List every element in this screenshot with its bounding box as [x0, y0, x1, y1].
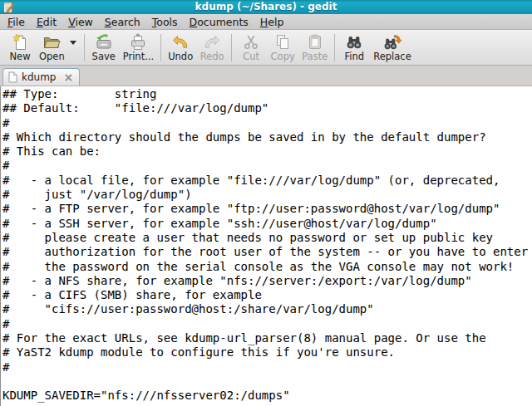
gedit-app-icon — [2, 2, 14, 13]
menu-edit[interactable]: Edit — [31, 15, 62, 29]
menu-search[interactable]: Search — [99, 15, 146, 29]
find-button[interactable]: Find — [338, 32, 370, 63]
toolbar: New Open Sav — [0, 30, 532, 66]
tab-close-icon[interactable]: × — [60, 72, 73, 82]
undo-button[interactable]: Undo — [165, 32, 196, 63]
replace-button[interactable]: Replace — [370, 32, 415, 63]
menu-edit-label: dit — [43, 16, 57, 28]
open-dropdown-button[interactable] — [68, 25, 81, 70]
tab-label: kdump — [22, 71, 56, 83]
new-document-icon — [11, 33, 29, 51]
redo-button-label: Redo — [200, 51, 224, 62]
document-icon — [8, 71, 17, 83]
open-folder-icon — [42, 33, 61, 51]
copy-button: Copy — [267, 32, 298, 63]
tab-kdump[interactable]: kdump × — [2, 68, 80, 86]
toolbar-separator — [84, 34, 85, 61]
menu-documents-mnemonic: D — [190, 16, 198, 28]
toolbar-separator — [231, 34, 232, 61]
redo-icon — [203, 33, 221, 51]
toolbar-separator — [334, 34, 335, 61]
menu-documents[interactable]: Documents — [184, 15, 254, 29]
menu-search-mnemonic: S — [105, 16, 111, 28]
copy-button-label: Copy — [271, 51, 295, 62]
print-button[interactable]: Print... — [120, 32, 157, 63]
menu-help[interactable]: Help — [254, 15, 290, 29]
find-button-label: Find — [344, 51, 364, 62]
open-button[interactable]: Open — [36, 32, 68, 63]
new-button-label: New — [9, 51, 30, 62]
print-button-label: Print... — [123, 51, 154, 62]
undo-icon — [171, 33, 190, 51]
clipboard-icon — [306, 33, 324, 51]
menu-help-label: elp — [268, 16, 283, 28]
gedit-window: kdump (~/Shares) - gedit File Edit View … — [0, 0, 532, 406]
new-button[interactable]: New — [4, 32, 36, 63]
save-button[interactable]: Save — [88, 32, 120, 63]
menu-help-mnemonic: H — [260, 16, 268, 28]
tab-bar: kdump × — [0, 66, 532, 86]
undo-button-label: Undo — [168, 51, 193, 62]
scissors-icon — [242, 33, 260, 51]
menu-edit-mnemonic: E — [37, 16, 43, 28]
window-title: kdump (~/Shares) - gedit — [0, 0, 532, 14]
menu-tools-label: ools — [156, 16, 177, 28]
binoculars-icon — [345, 33, 363, 51]
find-replace-icon — [383, 33, 401, 51]
save-button-label: Save — [92, 51, 116, 62]
chevron-down-icon — [70, 41, 76, 45]
toolbar-separator — [160, 34, 161, 61]
cut-button-label: Cut — [243, 51, 259, 62]
text-editor[interactable]: ## Type: string ## Default: "file:///var… — [0, 86, 532, 406]
menu-tools[interactable]: Tools — [146, 15, 184, 29]
menu-file-label: ile — [12, 16, 25, 28]
save-icon — [95, 33, 113, 51]
cut-button: Cut — [235, 32, 267, 63]
open-button-label: Open — [39, 51, 65, 62]
paste-button-label: Paste — [302, 51, 328, 62]
document-text[interactable]: ## Type: string ## Default: "file:///var… — [1, 86, 532, 404]
paste-button: Paste — [298, 32, 331, 63]
printer-icon — [129, 33, 147, 51]
menu-file[interactable]: File — [2, 15, 31, 29]
redo-button: Redo — [196, 32, 228, 63]
copy-icon — [273, 33, 292, 51]
menu-documents-label: ocuments — [197, 16, 249, 28]
menu-search-label: earch — [111, 16, 140, 28]
replace-button-label: Replace — [373, 51, 411, 62]
titlebar[interactable]: kdump (~/Shares) - gedit — [0, 0, 532, 14]
